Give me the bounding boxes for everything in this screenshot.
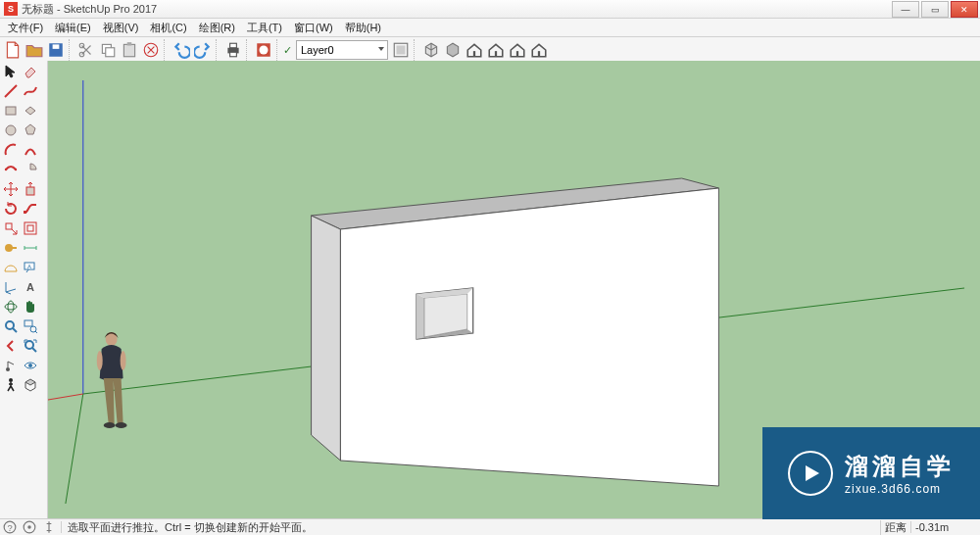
- protractor-icon[interactable]: [2, 259, 20, 276]
- svg-point-13: [260, 46, 269, 55]
- minimize-button[interactable]: —: [892, 1, 919, 18]
- zoom-window-icon[interactable]: [22, 317, 39, 335]
- undo-icon[interactable]: [172, 40, 191, 60]
- layer-check-icon: ✓: [283, 44, 292, 57]
- maximize-button[interactable]: ▭: [921, 1, 949, 18]
- svg-rect-24: [26, 187, 34, 195]
- menu-item[interactable]: 窗口(W): [288, 20, 339, 36]
- save-icon[interactable]: [46, 40, 66, 60]
- rotated-rect-icon[interactable]: [22, 102, 39, 120]
- make-component-icon[interactable]: [421, 40, 441, 60]
- svg-rect-17: [495, 51, 497, 57]
- app-icon: S: [4, 2, 18, 16]
- svg-rect-20: [6, 107, 16, 115]
- menu-item[interactable]: 视图(V): [97, 20, 145, 36]
- orbit-icon[interactable]: [2, 298, 20, 316]
- zoom-icon[interactable]: [2, 317, 20, 335]
- pie-icon[interactable]: [22, 161, 39, 178]
- window-controls: — ▭ ✕: [890, 1, 978, 18]
- two-point-arc-icon[interactable]: [22, 141, 39, 159]
- layer-combo[interactable]: Layer0: [296, 40, 388, 60]
- svg-marker-52: [340, 188, 718, 486]
- svg-point-67: [27, 525, 31, 529]
- new-icon[interactable]: [3, 40, 23, 60]
- arc-icon[interactable]: [2, 141, 20, 159]
- credits-icon[interactable]: [42, 520, 56, 534]
- title-bar: S 无标题 - SketchUp Pro 2017 — ▭ ✕: [0, 0, 980, 19]
- select-icon[interactable]: [2, 63, 20, 80]
- offset-icon[interactable]: [22, 219, 39, 237]
- 3dtext-icon[interactable]: A: [22, 278, 39, 296]
- svg-text:?: ?: [7, 523, 12, 533]
- zoom-extents-icon[interactable]: [22, 337, 39, 355]
- svg-text:A: A: [26, 281, 34, 293]
- svg-point-29: [5, 244, 13, 252]
- position-camera-icon[interactable]: [2, 357, 20, 374]
- watermark-title: 溜溜自学: [845, 451, 955, 482]
- menu-bar: 文件(F)编辑(E)视图(V)相机(C)绘图(R)工具(T)窗口(W)帮助(H): [0, 19, 980, 37]
- tape-icon[interactable]: [2, 239, 20, 257]
- pan-icon[interactable]: [22, 298, 39, 316]
- polygon-icon[interactable]: [22, 122, 39, 139]
- house1-icon[interactable]: [465, 40, 484, 60]
- pushpull-icon[interactable]: [22, 180, 39, 198]
- text-icon[interactable]: A: [22, 259, 39, 276]
- geo-icon[interactable]: [23, 520, 36, 534]
- house2-icon[interactable]: [486, 40, 506, 60]
- svg-rect-7: [127, 42, 132, 45]
- svg-point-41: [28, 364, 32, 367]
- svg-rect-25: [24, 211, 26, 214]
- walk-icon[interactable]: [2, 376, 20, 394]
- svg-rect-15: [397, 46, 406, 55]
- svg-point-36: [6, 321, 14, 329]
- help-icon[interactable]: ?: [3, 520, 17, 534]
- circle-icon[interactable]: [2, 122, 20, 139]
- model-info-icon[interactable]: [254, 40, 273, 60]
- axes-icon[interactable]: [2, 278, 20, 296]
- redo-icon[interactable]: [193, 40, 213, 60]
- dimension-icon[interactable]: [22, 239, 39, 257]
- menu-item[interactable]: 文件(F): [2, 20, 49, 36]
- svg-point-22: [5, 169, 7, 170]
- menu-item[interactable]: 工具(T): [241, 20, 288, 36]
- menu-item[interactable]: 相机(C): [144, 20, 192, 36]
- paste-icon[interactable]: [120, 40, 139, 60]
- svg-point-62: [104, 422, 116, 428]
- status-hint: 选取平面进行推拉。Ctrl = 切换创建新的开始平面。: [64, 520, 313, 535]
- svg-rect-5: [106, 48, 115, 57]
- delete-icon[interactable]: [141, 40, 161, 60]
- rotate-icon[interactable]: [2, 200, 20, 218]
- freehand-icon[interactable]: [22, 82, 39, 100]
- layer-manager-icon[interactable]: [391, 40, 411, 60]
- open-icon[interactable]: [24, 40, 44, 60]
- close-button[interactable]: ✕: [951, 1, 978, 18]
- copy-icon[interactable]: [98, 40, 118, 60]
- svg-rect-6: [123, 44, 134, 56]
- paint-bucket-icon[interactable]: [443, 40, 463, 60]
- svg-rect-1: [53, 44, 60, 49]
- house3-icon[interactable]: [508, 40, 527, 60]
- vcb-value[interactable]: -0.31m: [910, 521, 980, 533]
- house4-icon[interactable]: [529, 40, 549, 60]
- menu-item[interactable]: 绘图(R): [193, 20, 241, 36]
- layer-current: Layer0: [301, 44, 334, 56]
- tool-palette: AA: [0, 61, 48, 519]
- rectangle-icon[interactable]: [2, 102, 20, 120]
- menu-item[interactable]: 编辑(E): [49, 20, 97, 36]
- lookaround-icon[interactable]: [22, 357, 39, 374]
- section-icon[interactable]: [22, 376, 39, 394]
- scale-icon[interactable]: [2, 219, 20, 237]
- cut-icon[interactable]: [76, 40, 96, 60]
- menu-item[interactable]: 帮助(H): [339, 20, 387, 36]
- line-icon[interactable]: [2, 82, 20, 100]
- followme-icon[interactable]: [22, 200, 39, 218]
- three-point-arc-icon[interactable]: [2, 161, 20, 178]
- svg-rect-28: [27, 225, 33, 231]
- svg-rect-26: [6, 223, 12, 229]
- move-icon[interactable]: [2, 180, 20, 198]
- previous-icon[interactable]: [2, 337, 20, 355]
- svg-point-63: [116, 422, 127, 428]
- eraser-icon[interactable]: [22, 63, 39, 80]
- svg-text:A: A: [27, 264, 31, 269]
- print-icon[interactable]: [223, 40, 243, 60]
